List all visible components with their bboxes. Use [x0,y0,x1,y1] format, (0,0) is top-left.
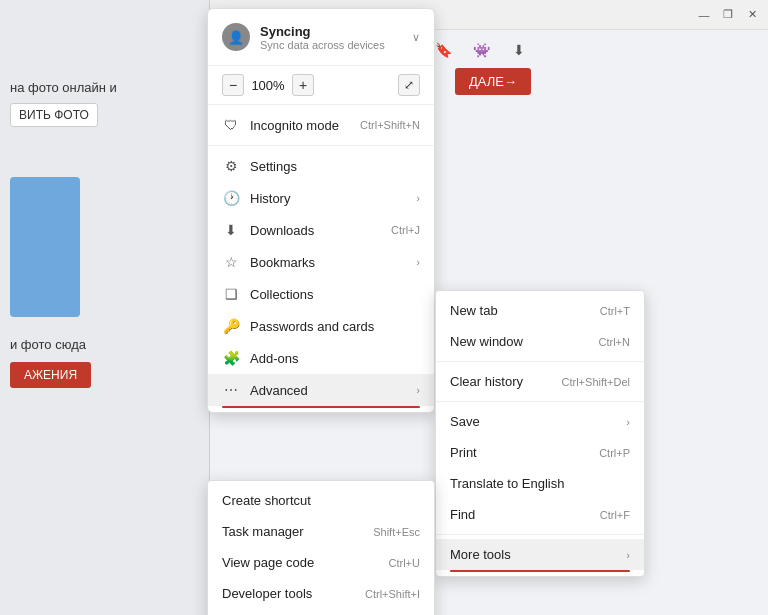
task-manager-item[interactable]: Task manager Shift+Esc [208,516,434,547]
downloads-shortcut: Ctrl+J [391,224,420,236]
passwords-menu-item[interactable]: 🔑 Passwords and cards [208,310,434,342]
save-item[interactable]: Save › [436,406,644,437]
bg-text2: и фото сюда [10,337,199,352]
more-tools-arrow-icon: › [626,549,630,561]
find-item[interactable]: Find Ctrl+F [436,499,644,530]
advanced-icon: ⋯ [222,381,240,399]
developer-tools-shortcut: Ctrl+Shift+I [365,588,420,600]
incognito-shortcut: Ctrl+Shift+N [360,119,420,131]
create-shortcut-item[interactable]: Create shortcut [208,485,434,516]
next-button[interactable]: ДАЛЕ→ [455,68,531,95]
sub-divider-3 [436,534,644,535]
zoom-in-button[interactable]: + [292,74,314,96]
view-page-code-label: View page code [222,555,379,570]
view-page-code-shortcut: Ctrl+U [389,557,420,569]
find-label: Find [450,507,590,522]
incognito-icon: 🛡 [222,116,240,134]
collections-menu-item[interactable]: ❑ Collections [208,278,434,310]
main-dropdown-menu: 👤 Syncing Sync data across devices ∨ − 1… [207,8,435,413]
zoom-row: − 100% + ⤢ [208,70,434,100]
print-shortcut: Ctrl+P [599,447,630,459]
create-shortcut-label: Create shortcut [222,493,420,508]
bookmarks-menu-item[interactable]: ☆ Bookmarks › [208,246,434,278]
zoom-out-button[interactable]: − [222,74,244,96]
sidebar-box [10,177,80,317]
new-window-label: New window [450,334,589,349]
sync-avatar: 👤 [222,23,250,51]
incognito-menu-item[interactable]: 🛡 Incognito mode Ctrl+Shift+N [208,109,434,141]
new-tab-shortcut: Ctrl+T [600,305,630,317]
save-arrow-icon: › [626,416,630,428]
collections-label: Collections [250,287,420,302]
history-icon: 🕐 [222,189,240,207]
sync-info: Syncing Sync data across devices [260,24,402,51]
task-manager-label: Task manager [222,524,363,539]
sub-divider-1 [436,361,644,362]
sync-header[interactable]: 👤 Syncing Sync data across devices ∨ [208,13,434,61]
history-label: History [250,191,406,206]
advanced-arrow-icon: › [416,384,420,396]
developer-tools-label: Developer tools [222,586,355,601]
upload-button[interactable]: ВИТЬ ФОТО [10,103,98,127]
print-label: Print [450,445,589,460]
sync-chevron-icon: ∨ [412,31,420,44]
toolbar-icons: 🔖 👾 ⬇ [425,32,537,68]
new-tab-item[interactable]: New tab Ctrl+T [436,295,644,326]
advanced-red-underline [222,406,420,408]
close-button[interactable]: ✕ [744,7,760,23]
sync-title: Syncing [260,24,402,39]
zoom-value: 100% [250,78,286,93]
save-label: Save [450,414,616,429]
expand-button[interactable]: ⤢ [398,74,420,96]
divider-2 [208,104,434,105]
more-tools-red-underline [450,570,630,572]
history-arrow-icon: › [416,192,420,204]
maximize-button[interactable]: ❐ [720,7,736,23]
print-item[interactable]: Print Ctrl+P [436,437,644,468]
new-tab-label: New tab [450,303,590,318]
history-menu-item[interactable]: 🕐 History › [208,182,434,214]
bg-text1: на фото онлайн и [10,80,199,95]
advanced-menu-item[interactable]: ⋯ Advanced › [208,374,434,406]
addons-label: Add-ons [250,351,420,366]
settings-label: Settings [250,159,420,174]
clear-history-item[interactable]: Clear history Ctrl+Shift+Del [436,366,644,397]
more-tools-label: More tools [450,547,616,562]
download-icon[interactable]: ⬇ [505,36,533,64]
translate-label: Translate to English [450,476,630,491]
addons-menu-item[interactable]: 🧩 Add-ons [208,342,434,374]
alien-icon[interactable]: 👾 [467,36,495,64]
developer-tools-item[interactable]: Developer tools Ctrl+Shift+I [208,578,434,609]
translate-item[interactable]: Translate to English [436,468,644,499]
sub-divider-2 [436,401,644,402]
settings-icon: ⚙ [222,157,240,175]
passwords-icon: 🔑 [222,317,240,335]
incognito-label: Incognito mode [250,118,350,133]
addons-icon: 🧩 [222,349,240,367]
action-button[interactable]: АЖЕНИЯ [10,362,91,388]
bookmarks-arrow-icon: › [416,256,420,268]
minimize-button[interactable]: — [696,7,712,23]
tools-submenu: Create shortcut Task manager Shift+Esc V… [207,480,435,615]
new-window-shortcut: Ctrl+N [599,336,630,348]
divider-3 [208,145,434,146]
advanced-label: Advanced [250,383,406,398]
more-tools-item[interactable]: More tools › [436,539,644,570]
sync-subtitle: Sync data across devices [260,39,402,51]
collections-icon: ❑ [222,285,240,303]
new-window-item[interactable]: New window Ctrl+N [436,326,644,357]
downloads-icon: ⬇ [222,221,240,239]
bookmarks-label: Bookmarks [250,255,406,270]
clear-history-shortcut: Ctrl+Shift+Del [562,376,630,388]
passwords-label: Passwords and cards [250,319,420,334]
find-shortcut: Ctrl+F [600,509,630,521]
settings-menu-item[interactable]: ⚙ Settings [208,150,434,182]
js-console-item[interactable]: JavaScript console Ctrl+Shift+J [208,609,434,615]
bookmarks-icon: ☆ [222,253,240,271]
divider-1 [208,65,434,66]
downloads-menu-item[interactable]: ⬇ Downloads Ctrl+J [208,214,434,246]
task-manager-shortcut: Shift+Esc [373,526,420,538]
advanced-submenu: New tab Ctrl+T New window Ctrl+N Clear h… [435,290,645,577]
view-page-code-item[interactable]: View page code Ctrl+U [208,547,434,578]
clear-history-label: Clear history [450,374,552,389]
